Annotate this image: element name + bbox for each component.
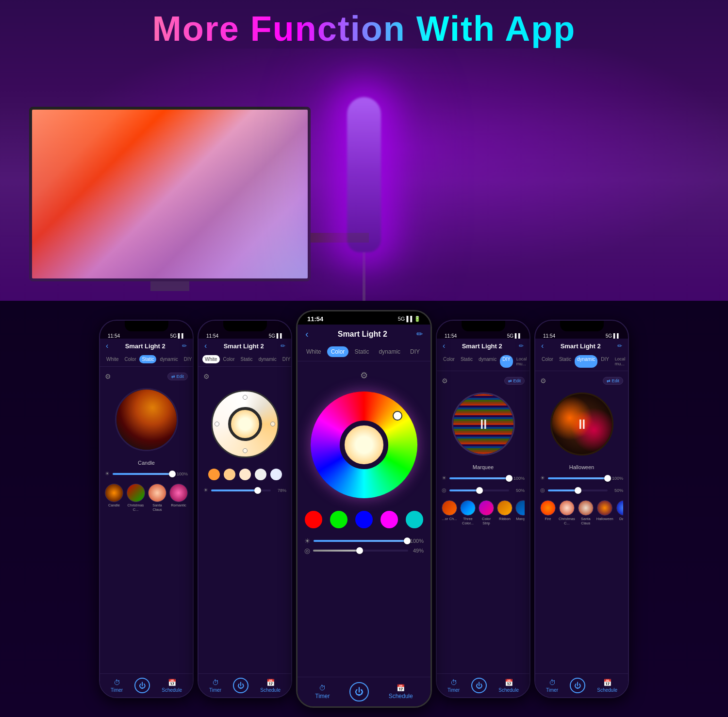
tab-dynamic-2[interactable]: dynamic (256, 355, 279, 363)
gear-icon[interactable]: ⚙ (105, 373, 111, 380)
power-button-2[interactable]: ⏻ (233, 678, 248, 693)
gear-icon-5[interactable]: ⚙ (540, 377, 546, 385)
thumb-marquee[interactable]: Marquee (515, 500, 525, 525)
white-color-wheel[interactable] (211, 390, 279, 458)
tab-diy-4[interactable]: DIY (500, 355, 513, 368)
tab-dynamic-5[interactable]: dynamic (575, 355, 597, 368)
tab-local-4[interactable]: Local mu... (514, 355, 529, 368)
nav-schedule-2[interactable]: 📅 Schedule (260, 679, 281, 693)
thumb-santa[interactable]: Santa Claus (148, 484, 166, 512)
swatch-blue[interactable] (270, 469, 282, 480)
tab-static-5[interactable]: Static (557, 355, 574, 368)
tab-diy[interactable]: DIY (182, 355, 194, 363)
tab-dynamic[interactable]: dynamic (157, 355, 180, 363)
slider-track-4[interactable] (449, 477, 509, 479)
thumb-santa-5[interactable]: Santa Claus (578, 500, 594, 525)
center-tab-dynamic[interactable]: dynamic (375, 346, 404, 357)
slider-thumb-5[interactable] (604, 475, 611, 482)
nav-schedule-4[interactable]: 📅 Schedule (498, 679, 519, 693)
nav-timer-4[interactable]: ⏱ Timer (447, 679, 460, 693)
thumb-xmas-5[interactable]: Christmas C... (559, 500, 575, 525)
thumb-ribbon[interactable]: Ribbon (497, 500, 513, 525)
thumb-threecolor[interactable]: Three Color... (460, 500, 476, 525)
gear-icon-4[interactable]: ⚙ (442, 377, 448, 385)
thumb-candle[interactable]: Candle (105, 484, 123, 512)
thumb-colorchange[interactable]: ...or Ch... (442, 500, 457, 525)
tab-static[interactable]: Static (139, 355, 156, 363)
center-swatch-cyan[interactable] (406, 511, 423, 528)
nav-schedule-1[interactable]: 📅 Schedule (162, 679, 182, 693)
gear-icon-2[interactable]: ⚙ (203, 373, 210, 380)
nav-timer-2[interactable]: ⏱ Timer (209, 679, 221, 693)
nav-timer-center[interactable]: ⏱ Timer (315, 684, 330, 700)
slider-track-4b[interactable] (449, 489, 509, 491)
center-back[interactable]: ‹ (305, 328, 309, 340)
tab-local-5[interactable]: Local mu... (612, 355, 628, 368)
phone-4-edit[interactable]: ✏ (519, 342, 524, 349)
center-swatch-green[interactable] (330, 511, 347, 528)
power-button-5[interactable]: ⏻ (570, 678, 585, 693)
slider-thumb-2[interactable] (254, 487, 261, 494)
nav-schedule-5[interactable]: 📅 Schedule (597, 679, 617, 693)
slider-track-2[interactable] (211, 489, 271, 491)
tab-static-2[interactable]: Static (238, 355, 255, 363)
phone-5-edit[interactable]: ✏ (617, 342, 622, 349)
edit-button-5[interactable]: ⇄ Edit (603, 377, 623, 385)
center-tab-diy[interactable]: DIY (406, 346, 424, 357)
pause-icon-5[interactable]: ⏸ (575, 416, 589, 432)
nav-schedule-center[interactable]: 📅 Schedule (389, 684, 413, 700)
phone-1-edit[interactable]: ✏ (182, 342, 187, 349)
slider-thumb-4b[interactable] (476, 487, 483, 494)
center-color-wheel[interactable] (311, 391, 417, 498)
tab-color[interactable]: Color (122, 355, 139, 363)
slider-track[interactable] (113, 473, 172, 475)
tab-diy-2[interactable]: DIY (280, 355, 292, 363)
swatch-neutral[interactable] (239, 469, 251, 480)
center-slider-thumb-1[interactable] (404, 538, 411, 544)
tab-color-2[interactable]: Color (221, 355, 237, 363)
swatch-cool[interactable] (255, 469, 266, 480)
thumb-halloween[interactable]: Halloween (596, 500, 613, 525)
center-slider-thumb-2[interactable] (356, 547, 363, 554)
thumb-romantic[interactable]: Romantic (169, 484, 188, 512)
edit-button[interactable]: ⇄ Edit (167, 373, 188, 380)
power-button-1[interactable]: ⏻ (134, 678, 150, 693)
center-slider-track-2[interactable] (313, 550, 408, 552)
center-swatch-red[interactable] (305, 511, 322, 528)
center-tab-white[interactable]: White (302, 346, 325, 357)
slider-thumb-5b[interactable] (575, 487, 581, 494)
thumb-colorstrip[interactable]: Color Strip (479, 500, 494, 525)
center-swatch-magenta[interactable] (381, 511, 398, 528)
center-swatch-blue[interactable] (355, 511, 373, 528)
tab-diy-5[interactable]: DIY (598, 355, 612, 368)
slider-thumb[interactable] (169, 471, 176, 477)
tab-color-5[interactable]: Color (539, 355, 556, 368)
edit-button-4[interactable]: ⇄ Edit (504, 377, 525, 385)
thumb-daz[interactable]: Daz... (616, 500, 623, 525)
pause-icon-4[interactable]: ⏸ (477, 416, 490, 432)
phone-4-header: ‹ Smart Light 2 ✏ (437, 339, 529, 353)
center-tab-color[interactable]: Color (327, 346, 349, 357)
center-slider-track-1[interactable] (314, 540, 407, 542)
tab-color-4[interactable]: Color (441, 355, 457, 368)
tab-dynamic-4[interactable]: dynamic (476, 355, 499, 368)
nav-timer-5[interactable]: ⏱ Timer (546, 679, 558, 693)
power-button-4[interactable]: ⏻ (471, 678, 487, 693)
slider-track-5[interactable] (548, 477, 608, 479)
nav-timer-1[interactable]: ⏱ Timer (111, 679, 123, 693)
center-edit[interactable]: ✏ (416, 329, 423, 339)
center-tab-static[interactable]: Static (350, 346, 373, 357)
center-gear-icon[interactable]: ⚙ (360, 370, 368, 381)
power-button-center[interactable]: ⏻ (349, 682, 369, 701)
slider-track-5b[interactable] (548, 489, 608, 491)
thumb-christmas[interactable]: Christmas C... (126, 484, 145, 512)
swatch-orange[interactable] (208, 469, 220, 480)
slider-thumb-4[interactable] (506, 475, 513, 482)
phone-2-edit[interactable]: ✏ (281, 342, 285, 349)
tab-white-2[interactable]: White (202, 355, 220, 363)
candle-label: Candle (105, 460, 188, 466)
swatch-warm[interactable] (224, 469, 235, 480)
tab-white[interactable]: White (104, 355, 121, 363)
tab-static-4[interactable]: Static (458, 355, 475, 368)
thumb-fire[interactable]: Fire (540, 500, 556, 525)
